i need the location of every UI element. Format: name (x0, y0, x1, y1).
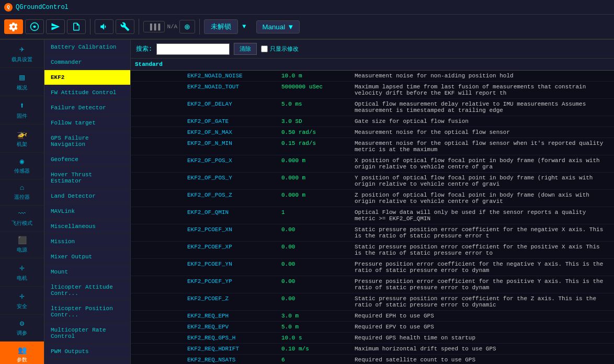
sidebar-item-motors[interactable]: ✛ 电机 (0, 258, 44, 287)
toolbar: ▐▐▐ N/A ⊕ 未解锁 ▼ Manual ▼ (0, 15, 614, 40)
param-desc-cell: Required EPH to use GPS (350, 311, 614, 322)
param-desc-cell: Maximum horizontal drift speed to use GP… (350, 344, 614, 355)
send-button[interactable] (46, 19, 65, 34)
sidebar2-ekf2[interactable]: EKF2 (44, 70, 130, 85)
sidebar2-follow-target[interactable]: Follow target (44, 116, 130, 131)
content-area: 搜索: 清除 只显示修改 Standard (131, 40, 614, 364)
sidebar2-precision-land[interactable]: Precision Land (44, 359, 130, 364)
table-row[interactable]: EKF2_OF_QMIN1Optical Flow data will only… (131, 207, 614, 224)
sidebar2-commander[interactable]: Commander (44, 55, 130, 70)
table-row[interactable]: EKF2_PCOEF_XP0.00Static pressure positio… (131, 242, 614, 259)
sidebar-item-vehicle[interactable]: ✈ 载具设置 (0, 40, 44, 68)
file-button[interactable] (67, 19, 86, 34)
param-value-cell: 0.15 rad/s (277, 138, 350, 155)
search-input[interactable] (156, 43, 230, 55)
separator-1 (90, 19, 90, 35)
sidebar2-multicopter-pos[interactable]: lticopter Position Contr... (44, 301, 130, 323)
separator-2 (139, 19, 139, 35)
param-value-cell: 0.000 m (277, 155, 350, 173)
table-row[interactable]: EKF2_OF_POS_Y0.000 mY position of optica… (131, 173, 614, 190)
table-row[interactable]: EKF2_NOAID_NOISE10.0 mMeasurement noise … (131, 71, 614, 82)
table-row[interactable]: EKF2_REQ_EPV5.0 mRequired EPV to use GPS (131, 322, 614, 333)
sidebar-item-remote[interactable]: ⌂ 遥控器 (0, 179, 44, 206)
sidebar-item-params[interactable]: 👥 参数 (0, 342, 44, 364)
sidebar2-mount[interactable]: Mount (44, 265, 130, 280)
mode-label: Manual (262, 23, 285, 31)
table-row[interactable]: EKF2_REQ_EPH3.0 mRequired EPH to use GPS (131, 311, 614, 322)
remote-icon: ⌂ (20, 184, 24, 192)
mode-dropdown[interactable]: Manual ▼ (256, 20, 300, 33)
table-row[interactable]: EKF2_OF_POS_Z0.000 mZ position of optica… (131, 190, 614, 207)
compass-button[interactable]: ⊕ (179, 20, 195, 33)
table-row[interactable]: EKF2_PCOEF_XN0.00Static pressure positio… (131, 224, 614, 242)
sidebar2-battery-cal[interactable]: Battery Calibration (44, 40, 130, 55)
signal-button[interactable]: ▐▐▐ (143, 21, 165, 32)
sidebar-item-firmware[interactable]: ⬆ 固件 (0, 96, 44, 124)
sidebar2-geofence[interactable]: Geofence (44, 152, 130, 167)
sidebar-item-safety[interactable]: ✛ 安全 (0, 287, 44, 315)
param-name-cell: EKF2_OF_QMIN (183, 207, 277, 224)
sidebar-motors-label: 电机 (17, 275, 27, 282)
col-name (183, 59, 277, 71)
sidebar-item-summary[interactable]: ▤ 概况 (0, 68, 44, 96)
sidebar-airframe-label: 机架 (17, 141, 27, 148)
table-row[interactable]: EKF2_PCOEF_YN0.00Pressure position error… (131, 259, 614, 276)
param-value-cell: 0.00 (277, 224, 350, 242)
speaker-button[interactable] (95, 19, 113, 34)
param-desc-cell: Pressure position error coefficient for … (350, 259, 614, 276)
lock-button[interactable]: 未解锁 (204, 19, 238, 34)
sidebar2-gps-failure[interactable]: GPS Failure Navigation (44, 131, 130, 152)
sidebar-flight-label: 飞行模式 (12, 220, 32, 227)
params-table-container: Standard EKF2_NOAID_NOISE10.0 mMeasureme… (131, 59, 614, 364)
param-name-cell: EKF2_PCOEF_XN (183, 224, 277, 242)
param-name-cell: EKF2_PCOEF_YP (183, 276, 277, 293)
table-row[interactable]: EKF2_REQ_NSATS6Required satellite count … (131, 355, 614, 365)
sidebar2-mavlink[interactable]: MAVLink (44, 204, 130, 219)
sidebar2-mixer-output[interactable]: Mixer Output (44, 249, 130, 265)
table-row[interactable]: EKF2_REQ_GPS_H10.0 sRequired GPS health … (131, 333, 614, 344)
table-row[interactable]: EKF2_OF_DELAY5.0 msOptical flow measurem… (131, 99, 614, 116)
clear-button[interactable]: 清除 (234, 43, 257, 55)
sidebar2-fw-attitude[interactable]: FW Attitude Control (44, 85, 130, 100)
table-row[interactable]: EKF2_PCOEF_YP0.00Pressure position error… (131, 276, 614, 293)
table-row[interactable]: EKF2_OF_N_MIN0.15 rad/sMeasurement noise… (131, 138, 614, 155)
param-desc-cell: Optical flow measurement delay relative … (350, 99, 614, 116)
table-row[interactable]: EKF2_OF_N_MAX0.50 rad/sMeasurement noise… (131, 127, 614, 138)
sidebar-safety-label: 安全 (17, 303, 27, 310)
sidebar-item-airframe[interactable]: 🚁 机架 (0, 124, 44, 153)
sidebar2-multicopter-rate[interactable]: Multicopter Rate Control (44, 323, 130, 344)
sidebar2-pwm-outputs[interactable]: PWM Outputs (44, 344, 130, 359)
app-icon: Q (4, 3, 13, 12)
table-row[interactable]: EKF2_OF_POS_X0.000 mX position of optica… (131, 155, 614, 173)
sidebar-item-flight[interactable]: 〰 飞行模式 (0, 206, 44, 232)
sidebar2-land-detector[interactable]: Land Detector (44, 189, 130, 204)
show-modified-checkbox-label[interactable]: 只显示修改 (261, 45, 299, 53)
param-value-cell: 3.0 SD (277, 116, 350, 127)
show-modified-checkbox[interactable] (261, 46, 268, 52)
param-desc-cell: Maximum lapsed time from last fusion of … (350, 82, 614, 99)
sidebar-remote-label: 遥控器 (14, 194, 30, 201)
tools-button[interactable] (116, 19, 134, 34)
sidebar-item-tuning[interactable]: ⚙ 调参 (0, 315, 44, 342)
sidebar2-mission[interactable]: Mission (44, 234, 130, 249)
sidebar-params-label: 参数 (17, 356, 27, 363)
table-row[interactable]: EKF2_REQ_HDRIFT0.10 m/sMaximum horizonta… (131, 344, 614, 355)
param-value-cell: 0.000 m (277, 173, 350, 190)
sidebar2-miscellaneous[interactable]: Miscellaneous (44, 219, 130, 234)
table-row[interactable]: EKF2_NOAID_TOUT5000000 uSecMaximum lapse… (131, 82, 614, 99)
table-row[interactable]: EKF2_PCOEF_Z0.00Static pressure position… (131, 293, 614, 311)
sidebar2-multicopter-att[interactable]: lticopter Attitude Contr... (44, 280, 130, 301)
settings-button[interactable] (4, 19, 23, 34)
safety-icon: ✛ (19, 291, 25, 301)
gear-icon (9, 22, 18, 31)
param-value-cell: 0.10 m/s (277, 344, 350, 355)
sidebar2-hover-thrust[interactable]: Hover Thrust Estimator (44, 167, 130, 189)
sidebar2-failure-detector[interactable]: Failure Detector (44, 100, 130, 116)
sidebar-item-power[interactable]: ⬛ 电源 (0, 232, 44, 258)
signal-icon: ▐▐▐ (148, 24, 160, 30)
table-row[interactable]: EKF2_OF_GATE3.0 SDGate size for optical … (131, 116, 614, 127)
param-section-cell (131, 82, 183, 99)
sidebar-item-sensors[interactable]: ◉ 传感器 (0, 153, 44, 179)
connect-button[interactable] (25, 19, 44, 34)
param-name-cell: EKF2_REQ_NSATS (183, 355, 277, 365)
